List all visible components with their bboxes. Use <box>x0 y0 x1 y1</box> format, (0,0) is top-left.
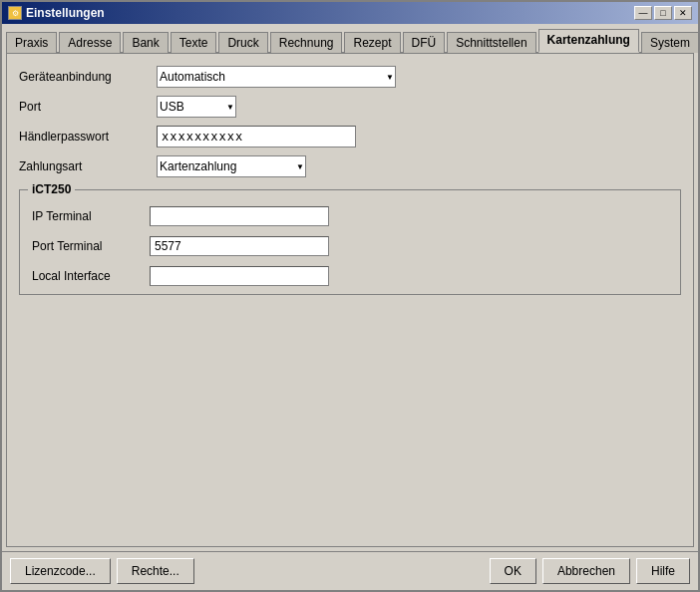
maximize-button[interactable]: □ <box>654 6 672 20</box>
title-bar: ⚙ Einstellungen — □ ✕ <box>2 2 698 24</box>
groupbox-content: IP Terminal Port Terminal Local Interfac… <box>32 206 668 286</box>
local-interface-label: Local Interface <box>32 269 142 283</box>
content-area: Praxis Adresse Bank Texte Druck Rechnung… <box>2 24 698 551</box>
port-terminal-row: Port Terminal <box>32 236 668 256</box>
close-button[interactable]: ✕ <box>674 6 692 20</box>
tab-bank[interactable]: Bank <box>123 32 168 53</box>
ip-terminal-row: IP Terminal <box>32 206 668 226</box>
bottom-bar: Lizenzcode... Rechte... OK Abbrechen Hil… <box>2 551 698 590</box>
tab-adresse[interactable]: Adresse <box>59 32 121 53</box>
window-title: Einstellungen <box>26 6 105 20</box>
tab-dfue[interactable]: DFÜ <box>403 32 446 53</box>
local-interface-input[interactable] <box>150 266 329 286</box>
zahlungsart-label: Zahlungsart <box>19 159 149 173</box>
panel-kartenzahlung: Geräteanbindung Automatisch Manuell ▼ Po… <box>6 54 694 547</box>
haendlerpasswort-row: Händlerpasswort <box>19 126 681 148</box>
rechte-button[interactable]: Rechte... <box>117 558 194 584</box>
tab-system[interactable]: System <box>641 32 699 53</box>
geraeteanbindung-select-container: Automatisch Manuell ▼ <box>157 66 396 88</box>
zahlungsart-row: Zahlungsart Kartenzahlung Bar ▼ <box>19 155 681 177</box>
title-bar-left: ⚙ Einstellungen <box>8 6 105 20</box>
lizenzcode-button[interactable]: Lizenzcode... <box>10 558 111 584</box>
port-row: Port USB COM1 COM2 COM3 ▼ <box>19 96 681 118</box>
main-window: ⚙ Einstellungen — □ ✕ Praxis Adresse Ban… <box>0 0 700 592</box>
zahlungsart-select[interactable]: Kartenzahlung Bar <box>157 155 306 177</box>
haendlerpasswort-input[interactable] <box>157 126 356 148</box>
tab-rezept[interactable]: Rezept <box>344 32 400 53</box>
groupbox-title: iCT250 <box>28 182 75 196</box>
port-select-container: USB COM1 COM2 COM3 ▼ <box>157 96 236 118</box>
spacer <box>19 303 681 534</box>
haendlerpasswort-label: Händlerpasswort <box>19 130 149 144</box>
geraeteanbindung-label: Geräteanbindung <box>19 70 149 84</box>
port-terminal-label: Port Terminal <box>32 239 142 253</box>
tab-kartenzahlung[interactable]: Kartenzahlung <box>538 29 639 53</box>
port-terminal-input[interactable] <box>150 236 329 256</box>
ip-terminal-input[interactable] <box>150 206 329 226</box>
ict250-groupbox: iCT250 IP Terminal Port Terminal Local I… <box>19 189 681 295</box>
local-interface-row: Local Interface <box>32 266 668 286</box>
tab-schnittstellen[interactable]: Schnittstellen <box>447 32 535 53</box>
tab-bar: Praxis Adresse Bank Texte Druck Rechnung… <box>6 28 694 54</box>
tab-praxis[interactable]: Praxis <box>6 32 57 53</box>
ip-terminal-label: IP Terminal <box>32 209 142 223</box>
port-label: Port <box>19 100 149 114</box>
geraeteanbindung-row: Geräteanbindung Automatisch Manuell ▼ <box>19 66 681 88</box>
window-icon: ⚙ <box>8 6 22 20</box>
ok-button[interactable]: OK <box>490 558 536 584</box>
geraeteanbindung-select[interactable]: Automatisch Manuell <box>157 66 396 88</box>
title-buttons: — □ ✕ <box>634 6 692 20</box>
tab-rechnung[interactable]: Rechnung <box>270 32 343 53</box>
abbrechen-button[interactable]: Abbrechen <box>542 558 630 584</box>
hilfe-button[interactable]: Hilfe <box>636 558 690 584</box>
port-select[interactable]: USB COM1 COM2 COM3 <box>157 96 236 118</box>
tab-druck[interactable]: Druck <box>218 32 267 53</box>
minimize-button[interactable]: — <box>634 6 652 20</box>
zahlungsart-select-container: Kartenzahlung Bar ▼ <box>157 155 306 177</box>
tab-texte[interactable]: Texte <box>171 32 217 53</box>
